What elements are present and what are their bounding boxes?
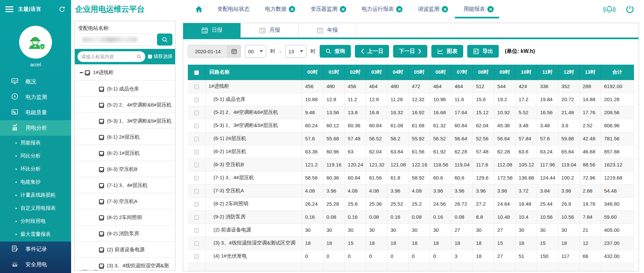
close-icon[interactable] [340, 6, 346, 12]
nav-tab-harmonic[interactable]: 谐波监测 [418, 0, 448, 18]
value-cell: 63.36 [302, 145, 323, 158]
nav-tab-station-status[interactable]: 变配电站状态 [217, 0, 250, 18]
tab-daily-report[interactable]: +1d 日报 [183, 23, 241, 38]
station-search-button[interactable] [157, 33, 172, 46]
nav-tab-operation-report[interactable]: 电力运行报表 [362, 0, 402, 18]
sidebar-item-event-log[interactable]: 事件记录 [0, 242, 71, 257]
cascade-select[interactable]: 级联选择 [148, 54, 172, 60]
cascade-checkbox[interactable] [148, 55, 152, 59]
avatar[interactable] [19, 26, 52, 59]
row-checkbox[interactable] [194, 228, 199, 233]
row-checkbox[interactable] [194, 150, 199, 154]
checkbox-checked-icon[interactable] [99, 103, 104, 108]
tree-node[interactable]: (7-3) 空压机A [75, 193, 175, 209]
submenu-item-custom-report[interactable]: 自定义用电报表 [0, 202, 71, 215]
tree-search-input[interactable] [81, 54, 135, 59]
nav-tab-energy-report[interactable]: 用能报表 [464, 0, 494, 18]
date-input[interactable]: 2020-01-14 [188, 45, 227, 58]
select-all-checkbox[interactable] [194, 70, 199, 75]
submenu-item-energy-report[interactable]: 用能报表 [0, 136, 71, 149]
tab-yearly-report[interactable]: +1Y 年报 [299, 23, 356, 38]
submenu-item-line-loss[interactable]: 计量及线路损耗 [0, 189, 71, 202]
value-cell: 0 [409, 250, 430, 263]
hour-to-select[interactable]: 13 [285, 45, 307, 58]
sidebar-item-power-monitoring[interactable]: 电力监测 [0, 89, 71, 105]
alarm-icon [11, 260, 19, 269]
sidebar-item-safe-power[interactable]: 安全用电 [0, 257, 71, 272]
next-day-button[interactable]: 下一日 [393, 45, 427, 58]
tree-node[interactable]: (6-1) 2#层压机 [75, 129, 175, 145]
checkbox-checked-icon[interactable] [85, 70, 90, 75]
row-checkbox[interactable] [194, 254, 199, 259]
close-icon[interactable] [396, 6, 402, 12]
row-checkbox[interactable] [194, 163, 199, 167]
alarm-bell-icon[interactable] [602, 4, 616, 14]
refresh-icon[interactable] [58, 6, 66, 13]
value-cell: 88.56 [580, 158, 601, 171]
submenu-item-max-demand[interactable]: 最大需量报表 [0, 228, 71, 241]
tree-node[interactable]: (3) 3、4线恒温恒湿空调&测试区空调 [75, 258, 175, 270]
hour-from-select[interactable]: 00 [245, 45, 266, 58]
export-button[interactable]: 导出 [467, 45, 499, 58]
row-checkbox[interactable] [194, 97, 199, 102]
row-checkbox[interactable] [194, 241, 199, 246]
empty-cell [516, 263, 537, 271]
checkbox-checked-icon[interactable] [99, 248, 104, 253]
sidebar-item-power-quality[interactable]: 电能质量 [0, 105, 71, 120]
submenu-item-yoy-analysis[interactable]: 同比分析 [0, 149, 71, 162]
close-icon[interactable] [442, 6, 448, 12]
nav-tab-transformer[interactable]: 变压器监测 [311, 0, 346, 18]
row-checkbox[interactable] [194, 176, 199, 181]
value-cell: 18 [387, 236, 409, 250]
checkbox-checked-icon[interactable] [99, 215, 104, 220]
tree-node[interactable]: −1#进线柜 [75, 64, 175, 81]
tree-node[interactable]: (6-2) 1#层压机 [75, 145, 175, 161]
hamburger-menu-icon[interactable] [5, 6, 13, 12]
close-icon[interactable] [487, 6, 494, 12]
table-row: (7-1) 3、4#层压机58.5660.3660.8461.5661.858.… [188, 171, 634, 184]
row-checkbox[interactable] [194, 189, 199, 194]
checkbox-checked-icon[interactable] [99, 119, 104, 124]
checkbox-checked-icon[interactable] [99, 264, 104, 269]
checkbox-checked-icon[interactable] [99, 87, 104, 92]
tree-node[interactable]: (9-2) 消防泵房 [75, 225, 175, 242]
tree-node[interactable]: (6-3) 空压机B [75, 161, 175, 177]
row-checkbox[interactable] [194, 137, 199, 141]
search-icon[interactable] [137, 54, 142, 60]
station-name-input[interactable] [77, 33, 154, 46]
checkbox-checked-icon[interactable] [99, 151, 104, 156]
calendar-button[interactable] [227, 45, 241, 58]
checkbox-checked-icon[interactable] [99, 167, 104, 172]
theme-language-link[interactable]: 主题|语言 [18, 6, 41, 12]
submenu-item-time-period[interactable]: 分时段用电 [0, 215, 71, 228]
row-checkbox[interactable] [194, 111, 199, 115]
submenu-item-mom-analysis[interactable]: 环比分析 [0, 162, 71, 176]
previous-day-button[interactable]: 上一日 [355, 45, 389, 58]
sidebar-item-power-analysis[interactable]: 用电分析 [0, 120, 71, 136]
nav-tab-power-data[interactable]: 电力数据 [265, 0, 295, 18]
chart-button[interactable]: 图表 [431, 45, 463, 58]
home-icon[interactable] [195, 5, 203, 14]
sidebar-item-overview[interactable]: 概况 [0, 74, 71, 89]
tab-monthly-report[interactable]: +1M 月报 [241, 23, 299, 38]
collapse-icon[interactable]: − [79, 69, 83, 76]
row-checkbox[interactable] [194, 124, 199, 128]
checkbox-checked-icon[interactable] [99, 199, 104, 204]
value-cell: 61.68 [409, 119, 430, 132]
row-checkbox[interactable] [194, 84, 199, 89]
tree-node[interactable]: (5-1) 成品仓库 [75, 81, 175, 97]
query-button[interactable]: 查询 [320, 45, 351, 58]
tree-node[interactable]: (7-1) 3、4#层压机 [75, 177, 175, 193]
row-checkbox[interactable] [194, 202, 199, 207]
submenu-item-meter-reading[interactable]: 电能集抄 [0, 176, 71, 189]
checkbox-checked-icon[interactable] [99, 231, 104, 236]
row-checkbox[interactable] [194, 215, 199, 220]
power-icon[interactable] [625, 5, 635, 14]
tree-node[interactable]: (5-2) 2、4#空调柜&6#层压机 [75, 97, 175, 113]
tree-node[interactable]: (8-2) 2车间照明 [75, 209, 175, 225]
tree-node[interactable]: (2) 前道设备电源 [75, 242, 175, 258]
close-icon[interactable] [289, 6, 295, 12]
checkbox-checked-icon[interactable] [99, 183, 104, 188]
tree-node[interactable]: (5-3) 1、3#空调柜&5#层压机 [75, 113, 175, 129]
checkbox-checked-icon[interactable] [99, 135, 104, 140]
